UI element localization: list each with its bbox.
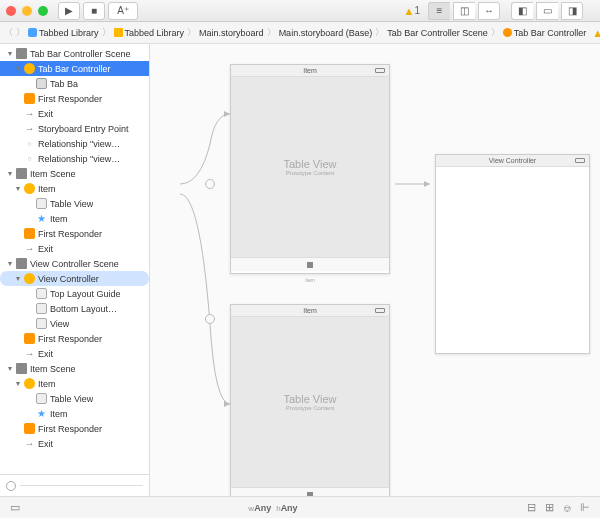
outline-tree[interactable]: ▾Tab Bar Controller Scene▾Tab Bar Contro… bbox=[0, 44, 149, 474]
outline-row[interactable]: First Responder bbox=[0, 91, 149, 106]
warning-icon: ▲ bbox=[404, 5, 415, 17]
tv-icon bbox=[36, 303, 47, 314]
table-view-sublabel: Prototype Content bbox=[286, 405, 334, 411]
outline-row[interactable]: Bottom Layout… bbox=[0, 301, 149, 316]
disclosure-triangle[interactable]: ▾ bbox=[14, 274, 21, 283]
outline-row[interactable]: ▾Item bbox=[0, 376, 149, 391]
scene-title-bar: Item bbox=[231, 305, 389, 317]
outline-label: Table View bbox=[50, 394, 93, 404]
outline-row[interactable]: ▾Tab Bar Controller bbox=[0, 61, 149, 76]
yellowcircle-icon bbox=[24, 63, 35, 74]
breadcrumb-item[interactable]: Tabbed Library bbox=[114, 28, 185, 38]
outline-row[interactable]: Top Layout Guide bbox=[0, 286, 149, 301]
outline-row[interactable]: First Responder bbox=[0, 226, 149, 241]
yellowcircle-icon bbox=[24, 378, 35, 389]
project-icon bbox=[28, 28, 37, 37]
disclosure-triangle[interactable]: ▾ bbox=[14, 64, 21, 73]
outline-row[interactable]: →Storyboard Entry Point bbox=[0, 121, 149, 136]
scene-item-top[interactable]: Item Table View Prototype Content bbox=[230, 64, 390, 274]
toggle-debug-button[interactable]: ▭ bbox=[536, 2, 558, 20]
outline-row[interactable]: ○Relationship "view… bbox=[0, 151, 149, 166]
outline-row[interactable]: ★Item bbox=[0, 406, 149, 421]
scene-item-bottom[interactable]: Item Table View Prototype Content bbox=[230, 304, 390, 496]
outline-row[interactable]: Tab Ba bbox=[0, 76, 149, 91]
disclosure-triangle[interactable]: ▾ bbox=[6, 259, 13, 268]
resize-button[interactable]: ⊩ bbox=[576, 501, 594, 514]
outline-row[interactable]: ▾Tab Bar Controller Scene bbox=[0, 46, 149, 61]
outline-row[interactable]: ○Relationship "view… bbox=[0, 136, 149, 151]
outline-label: Item bbox=[38, 379, 56, 389]
filter-field[interactable] bbox=[20, 485, 143, 486]
breadcrumb-item[interactable]: Tabbed Library bbox=[28, 28, 99, 38]
outline-label: View Controller bbox=[38, 274, 99, 284]
outline-row[interactable]: First Responder bbox=[0, 331, 149, 346]
outline-row[interactable]: →Exit bbox=[0, 241, 149, 256]
star-icon: ★ bbox=[36, 213, 47, 224]
cube-icon bbox=[24, 423, 35, 434]
outline-row[interactable]: ▾Item Scene bbox=[0, 361, 149, 376]
filter-icon[interactable] bbox=[6, 481, 16, 491]
stop-button[interactable]: ■ bbox=[83, 2, 105, 20]
arrow-icon: → bbox=[24, 108, 35, 119]
back-button[interactable]: 〈 bbox=[4, 26, 13, 39]
tab-icon bbox=[36, 78, 47, 89]
disclosure-triangle[interactable]: ▾ bbox=[6, 364, 13, 373]
disclosure-triangle[interactable]: ▾ bbox=[14, 184, 21, 193]
outline-toggle-button[interactable]: ▭ bbox=[6, 501, 24, 514]
breadcrumb-item[interactable]: Tab Bar Controller Scene bbox=[387, 28, 488, 38]
outline-row[interactable]: →Exit bbox=[0, 106, 149, 121]
disclosure-triangle[interactable]: ▾ bbox=[14, 379, 21, 388]
toggle-navigator-button[interactable]: ◧ bbox=[511, 2, 533, 20]
arrow-icon: → bbox=[24, 348, 35, 359]
size-class-any-label: Any bbox=[254, 503, 271, 513]
tab-bar bbox=[231, 257, 389, 271]
disclosure-triangle[interactable]: ▾ bbox=[6, 49, 13, 58]
segue-badge-icon[interactable] bbox=[205, 179, 215, 189]
breadcrumb-label: Main.storyboard (Base) bbox=[279, 28, 373, 38]
outline-row[interactable]: Table View bbox=[0, 391, 149, 406]
standard-editor-button[interactable]: ≡ bbox=[428, 2, 450, 20]
pin-button[interactable]: ⊞ bbox=[540, 501, 558, 514]
outline-row[interactable]: ★Item bbox=[0, 211, 149, 226]
breadcrumb-item[interactable]: Tab Bar Controller bbox=[503, 28, 587, 38]
breadcrumb-label: Tab Bar Controller Scene bbox=[387, 28, 488, 38]
toggle-inspector-button[interactable]: ◨ bbox=[561, 2, 583, 20]
align-button[interactable]: ⊟ bbox=[522, 501, 540, 514]
outline-row[interactable]: ▾View Controller bbox=[0, 271, 149, 286]
outline-row[interactable]: ▾Item bbox=[0, 181, 149, 196]
tv-icon bbox=[36, 393, 47, 404]
resolve-button[interactable]: ⎊ bbox=[558, 502, 576, 514]
title-bar: ▶ ■ A⁺ ▲1 ≡ ◫ ↔ ◧ ▭ ◨ bbox=[0, 0, 600, 22]
breadcrumb-item[interactable]: Main.storyboard (Base) bbox=[279, 28, 373, 38]
assistant-editor-button[interactable]: ◫ bbox=[453, 2, 475, 20]
storyboard-canvas[interactable]: Item Table View Prototype Content Item I… bbox=[150, 44, 600, 496]
run-button[interactable]: ▶ bbox=[58, 2, 80, 20]
outline-label: Item Scene bbox=[30, 169, 76, 179]
outline-row[interactable]: ▾Item Scene bbox=[0, 166, 149, 181]
tv-icon bbox=[36, 318, 47, 329]
forward-button[interactable]: 〉 bbox=[16, 26, 25, 39]
size-class-control[interactable]: wAny hAny bbox=[24, 503, 522, 513]
breadcrumb-item[interactable]: Main.storyboard bbox=[199, 28, 264, 38]
outline-row[interactable]: View bbox=[0, 316, 149, 331]
outline-label: Table View bbox=[50, 199, 93, 209]
panel-toggle-segment: ◧ ▭ ◨ bbox=[511, 2, 586, 20]
warning-icon[interactable]: ▲ bbox=[592, 27, 600, 39]
scheme-button[interactable]: A⁺ bbox=[108, 2, 138, 20]
scene-view-controller[interactable]: View Controller bbox=[435, 154, 590, 354]
disclosure-triangle[interactable]: ▾ bbox=[6, 169, 13, 178]
outline-row[interactable]: First Responder bbox=[0, 421, 149, 436]
outline-row[interactable]: Table View bbox=[0, 196, 149, 211]
issue-indicator[interactable]: ▲1 bbox=[404, 5, 420, 17]
outline-row[interactable]: →Exit bbox=[0, 346, 149, 361]
version-editor-button[interactable]: ↔ bbox=[478, 2, 500, 20]
scene-title-label: Item bbox=[303, 307, 317, 314]
close-window[interactable] bbox=[6, 6, 16, 16]
outline-row[interactable]: ▾View Controller Scene bbox=[0, 256, 149, 271]
minimize-window[interactable] bbox=[22, 6, 32, 16]
outline-row[interactable]: →Exit bbox=[0, 436, 149, 451]
scene-icon bbox=[16, 168, 27, 179]
zoom-window[interactable] bbox=[38, 6, 48, 16]
segue-badge-icon[interactable] bbox=[205, 314, 215, 324]
outline-label: Bottom Layout… bbox=[50, 304, 117, 314]
